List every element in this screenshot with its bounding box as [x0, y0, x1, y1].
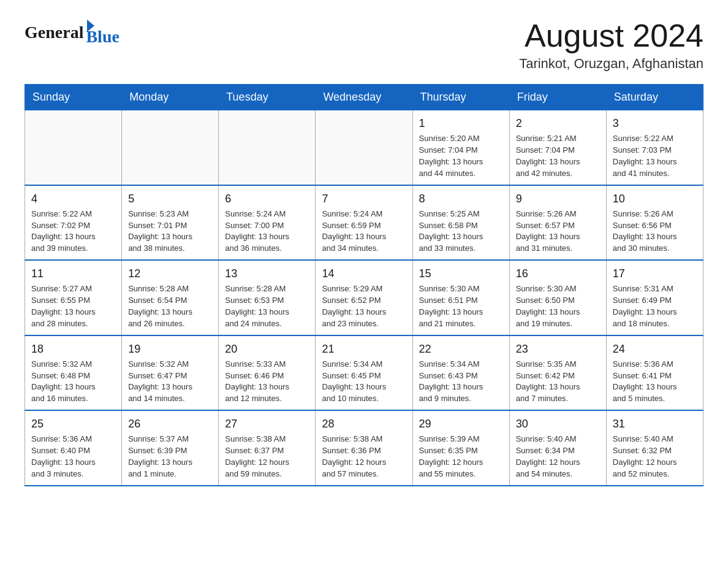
calendar-cell: 3Sunrise: 5:22 AM Sunset: 7:03 PM Daylig…	[606, 110, 703, 185]
calendar-cell: 28Sunrise: 5:38 AM Sunset: 6:36 PM Dayli…	[316, 410, 412, 485]
calendar-week-row: 18Sunrise: 5:32 AM Sunset: 6:48 PM Dayli…	[25, 335, 703, 410]
calendar-cell: 31Sunrise: 5:40 AM Sunset: 6:32 PM Dayli…	[606, 410, 703, 485]
calendar-cell: 5Sunrise: 5:23 AM Sunset: 7:01 PM Daylig…	[122, 185, 219, 260]
calendar-cell: 12Sunrise: 5:28 AM Sunset: 6:54 PM Dayli…	[122, 260, 219, 335]
day-info: Sunrise: 5:37 AM Sunset: 6:39 PM Dayligh…	[128, 434, 212, 480]
calendar-cell: 16Sunrise: 5:30 AM Sunset: 6:50 PM Dayli…	[509, 260, 606, 335]
day-info: Sunrise: 5:38 AM Sunset: 6:37 PM Dayligh…	[225, 434, 309, 480]
day-number: 22	[419, 341, 503, 357]
day-info: Sunrise: 5:32 AM Sunset: 6:48 PM Dayligh…	[31, 359, 115, 405]
day-info: Sunrise: 5:34 AM Sunset: 6:45 PM Dayligh…	[322, 359, 406, 405]
title-section: August 2024 Tarinkot, Oruzgan, Afghanist…	[519, 18, 703, 72]
day-info: Sunrise: 5:23 AM Sunset: 7:01 PM Dayligh…	[128, 209, 212, 255]
calendar-cell: 13Sunrise: 5:28 AM Sunset: 6:53 PM Dayli…	[219, 260, 316, 335]
day-info: Sunrise: 5:36 AM Sunset: 6:41 PM Dayligh…	[613, 359, 697, 405]
day-info: Sunrise: 5:34 AM Sunset: 6:43 PM Dayligh…	[419, 359, 503, 405]
calendar-cell	[122, 110, 219, 185]
calendar-cell: 23Sunrise: 5:35 AM Sunset: 6:42 PM Dayli…	[509, 335, 606, 410]
day-info: Sunrise: 5:22 AM Sunset: 7:03 PM Dayligh…	[613, 133, 697, 179]
calendar-header-saturday: Saturday	[606, 85, 703, 110]
calendar-cell	[219, 110, 316, 185]
calendar-cell: 17Sunrise: 5:31 AM Sunset: 6:49 PM Dayli…	[606, 260, 703, 335]
day-number: 20	[225, 341, 309, 357]
calendar-cell: 7Sunrise: 5:24 AM Sunset: 6:59 PM Daylig…	[316, 185, 412, 260]
page-header: General Blue August 2024 Tarinkot, Oruzg…	[25, 18, 703, 72]
day-info: Sunrise: 5:31 AM Sunset: 6:49 PM Dayligh…	[613, 283, 697, 329]
day-number: 19	[128, 341, 212, 357]
day-number: 27	[225, 416, 309, 432]
day-number: 28	[322, 416, 406, 432]
day-info: Sunrise: 5:36 AM Sunset: 6:40 PM Dayligh…	[31, 434, 115, 480]
month-title: August 2024	[519, 18, 703, 53]
day-info: Sunrise: 5:28 AM Sunset: 6:53 PM Dayligh…	[225, 283, 309, 329]
day-info: Sunrise: 5:27 AM Sunset: 6:55 PM Dayligh…	[31, 283, 115, 329]
day-number: 17	[613, 266, 697, 282]
day-info: Sunrise: 5:40 AM Sunset: 6:32 PM Dayligh…	[613, 434, 697, 480]
calendar-cell: 18Sunrise: 5:32 AM Sunset: 6:48 PM Dayli…	[25, 335, 122, 410]
day-number: 25	[31, 416, 115, 432]
calendar-header-tuesday: Tuesday	[219, 85, 316, 110]
calendar-cell: 10Sunrise: 5:26 AM Sunset: 6:56 PM Dayli…	[606, 185, 703, 260]
day-number: 1	[419, 115, 503, 131]
day-info: Sunrise: 5:33 AM Sunset: 6:46 PM Dayligh…	[225, 359, 309, 405]
day-number: 29	[419, 416, 503, 432]
day-number: 6	[225, 191, 309, 207]
day-number: 8	[419, 191, 503, 207]
day-number: 31	[613, 416, 697, 432]
calendar-cell: 22Sunrise: 5:34 AM Sunset: 6:43 PM Dayli…	[412, 335, 509, 410]
day-info: Sunrise: 5:25 AM Sunset: 6:58 PM Dayligh…	[419, 209, 503, 255]
day-number: 16	[516, 266, 600, 282]
calendar-cell: 29Sunrise: 5:39 AM Sunset: 6:35 PM Dayli…	[412, 410, 509, 485]
day-number: 11	[31, 266, 115, 282]
day-info: Sunrise: 5:26 AM Sunset: 6:56 PM Dayligh…	[613, 209, 697, 255]
day-number: 14	[322, 266, 406, 282]
calendar-week-row: 11Sunrise: 5:27 AM Sunset: 6:55 PM Dayli…	[25, 260, 703, 335]
calendar-header-sunday: Sunday	[25, 85, 122, 110]
day-info: Sunrise: 5:30 AM Sunset: 6:50 PM Dayligh…	[516, 283, 600, 329]
calendar-header-row: SundayMondayTuesdayWednesdayThursdayFrid…	[25, 85, 703, 110]
calendar-header-monday: Monday	[122, 85, 219, 110]
day-info: Sunrise: 5:28 AM Sunset: 6:54 PM Dayligh…	[128, 283, 212, 329]
calendar-cell: 1Sunrise: 5:20 AM Sunset: 7:04 PM Daylig…	[412, 110, 509, 185]
day-info: Sunrise: 5:29 AM Sunset: 6:52 PM Dayligh…	[322, 283, 406, 329]
day-number: 5	[128, 191, 212, 207]
location: Tarinkot, Oruzgan, Afghanistan	[519, 56, 703, 72]
day-info: Sunrise: 5:39 AM Sunset: 6:35 PM Dayligh…	[419, 434, 503, 480]
day-number: 18	[31, 341, 115, 357]
day-number: 21	[322, 341, 406, 357]
day-number: 3	[613, 115, 697, 131]
day-number: 7	[322, 191, 406, 207]
day-number: 4	[31, 191, 115, 207]
calendar-cell: 11Sunrise: 5:27 AM Sunset: 6:55 PM Dayli…	[25, 260, 122, 335]
calendar-cell: 8Sunrise: 5:25 AM Sunset: 6:58 PM Daylig…	[412, 185, 509, 260]
day-info: Sunrise: 5:40 AM Sunset: 6:34 PM Dayligh…	[516, 434, 600, 480]
calendar-header-friday: Friday	[509, 85, 606, 110]
calendar-cell: 27Sunrise: 5:38 AM Sunset: 6:37 PM Dayli…	[219, 410, 316, 485]
calendar-cell: 15Sunrise: 5:30 AM Sunset: 6:51 PM Dayli…	[412, 260, 509, 335]
day-info: Sunrise: 5:26 AM Sunset: 6:57 PM Dayligh…	[516, 209, 600, 255]
day-info: Sunrise: 5:35 AM Sunset: 6:42 PM Dayligh…	[516, 359, 600, 405]
day-number: 23	[516, 341, 600, 357]
day-number: 12	[128, 266, 212, 282]
logo: General Blue	[25, 18, 119, 47]
day-number: 26	[128, 416, 212, 432]
calendar-week-row: 1Sunrise: 5:20 AM Sunset: 7:04 PM Daylig…	[25, 110, 703, 185]
day-info: Sunrise: 5:24 AM Sunset: 6:59 PM Dayligh…	[322, 209, 406, 255]
logo-text-blue: Blue	[86, 27, 119, 47]
calendar-week-row: 25Sunrise: 5:36 AM Sunset: 6:40 PM Dayli…	[25, 410, 703, 485]
calendar-cell: 25Sunrise: 5:36 AM Sunset: 6:40 PM Dayli…	[25, 410, 122, 485]
day-number: 10	[613, 191, 697, 207]
day-number: 24	[613, 341, 697, 357]
day-number: 13	[225, 266, 309, 282]
calendar-header-thursday: Thursday	[412, 85, 509, 110]
calendar-cell: 19Sunrise: 5:32 AM Sunset: 6:47 PM Dayli…	[122, 335, 219, 410]
calendar-cell: 2Sunrise: 5:21 AM Sunset: 7:04 PM Daylig…	[509, 110, 606, 185]
calendar-header-wednesday: Wednesday	[316, 85, 412, 110]
day-info: Sunrise: 5:21 AM Sunset: 7:04 PM Dayligh…	[516, 133, 600, 179]
calendar-cell: 21Sunrise: 5:34 AM Sunset: 6:45 PM Dayli…	[316, 335, 412, 410]
day-number: 9	[516, 191, 600, 207]
day-number: 2	[516, 115, 600, 131]
calendar-cell	[25, 110, 122, 185]
calendar-week-row: 4Sunrise: 5:22 AM Sunset: 7:02 PM Daylig…	[25, 185, 703, 260]
calendar-cell	[316, 110, 412, 185]
